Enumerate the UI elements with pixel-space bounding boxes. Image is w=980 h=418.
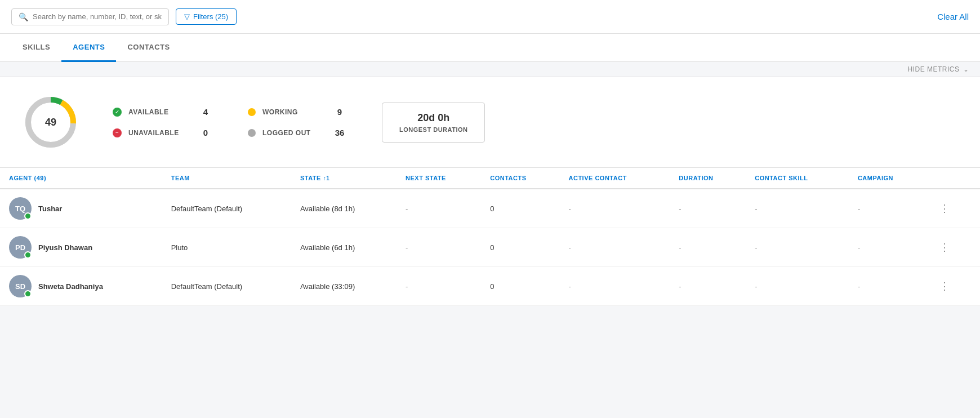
col-team[interactable]: TEAM xyxy=(162,168,291,189)
unavailable-value: 0 xyxy=(197,128,214,137)
table-header: AGENT (49) TEAM STATE ↑1 NEXT STATE CONT… xyxy=(0,168,980,189)
more-actions-cell-piyush: ⋮ xyxy=(926,228,980,267)
available-icon: ✓ xyxy=(113,108,122,117)
campaign-cell-tushar: - xyxy=(849,189,926,228)
col-agent[interactable]: AGENT (49) xyxy=(0,168,162,189)
logged-out-value: 36 xyxy=(331,128,348,137)
duration-cell-piyush: - xyxy=(670,228,746,267)
working-value: 9 xyxy=(331,107,348,117)
donut-chart: 49 xyxy=(23,94,79,150)
avatar-tushar: TQ xyxy=(9,197,32,220)
working-label: WORKING xyxy=(262,108,324,116)
search-input[interactable] xyxy=(33,12,162,21)
contacts-cell-tushar: 0 xyxy=(481,189,559,228)
state-cell-piyush: Available (6d 1h) xyxy=(291,228,397,267)
chevron-down-icon: ⌄ xyxy=(963,65,969,73)
col-contact-skill[interactable]: CONTACT SKILL xyxy=(746,168,849,189)
next-state-cell-tushar: - xyxy=(397,189,481,228)
more-actions-cell-tushar: ⋮ xyxy=(926,189,980,228)
next-state-cell-shweta: - xyxy=(397,267,481,306)
avatar-piyush: PD xyxy=(9,236,32,259)
col-contacts[interactable]: CONTACTS xyxy=(481,168,559,189)
tab-agents[interactable]: AGENTS xyxy=(61,34,116,62)
contact-skill-cell-piyush: - xyxy=(746,228,849,267)
logged-out-label: LOGGED OUT xyxy=(262,129,324,137)
clear-all-button[interactable]: Clear All xyxy=(937,12,969,21)
hide-metrics-button[interactable]: HIDE METRICS ⌄ xyxy=(907,65,969,73)
status-badge-shweta xyxy=(24,290,32,297)
col-next-state[interactable]: NEXT STATE xyxy=(397,168,481,189)
hide-metrics-label: HIDE METRICS xyxy=(907,65,959,73)
metrics-stats-2: WORKING 9 LOGGED OUT 36 xyxy=(248,107,348,137)
contact-skill-cell-shweta: - xyxy=(746,267,849,306)
contact-skill-cell-tushar: - xyxy=(746,189,849,228)
active-contact-cell-shweta: - xyxy=(560,267,670,306)
metrics-stats: ✓ AVAILABLE 4 − UNAVAILABLE 0 xyxy=(113,107,214,137)
status-badge-tushar xyxy=(24,212,32,220)
stat-row-logged-out: LOGGED OUT 36 xyxy=(248,128,348,137)
unavailable-label: UNAVAILABLE xyxy=(128,129,190,137)
agent-name-piyush: Piyush Dhawan xyxy=(38,243,92,252)
agent-cell-piyush: PD Piyush Dhawan xyxy=(0,228,162,267)
table-row: TQ Tushar DefaultTeam (Default) Availabl… xyxy=(0,189,980,228)
unavailable-icon: − xyxy=(113,128,122,137)
available-label: AVAILABLE xyxy=(128,108,190,116)
col-actions xyxy=(926,168,980,189)
status-badge-piyush xyxy=(24,251,32,259)
col-duration[interactable]: DURATION xyxy=(670,168,746,189)
working-icon xyxy=(248,108,256,116)
state-cell-shweta: Available (33:09) xyxy=(291,267,397,306)
col-campaign[interactable]: CAMPAIGN xyxy=(849,168,926,189)
duration-cell-shweta: - xyxy=(670,267,746,306)
filter-icon: ▽ xyxy=(184,12,190,21)
tabs-bar: SKILLS AGENTS CONTACTS xyxy=(0,34,980,62)
search-box: 🔍 xyxy=(11,8,169,25)
agent-cell-shweta: SD Shweta Dadhaniya xyxy=(0,267,162,306)
team-cell-piyush: Pluto xyxy=(162,228,291,267)
state-cell-tushar: Available (8d 1h) xyxy=(291,189,397,228)
agent-name-shweta: Shweta Dadhaniya xyxy=(38,282,103,291)
search-icon: 🔍 xyxy=(19,12,28,21)
stat-row-available: ✓ AVAILABLE 4 xyxy=(113,107,214,117)
contacts-cell-shweta: 0 xyxy=(481,267,559,306)
col-state[interactable]: STATE ↑1 xyxy=(291,168,397,189)
stat-row-unavailable: − UNAVAILABLE 0 xyxy=(113,128,214,137)
more-actions-button-tushar[interactable]: ⋮ xyxy=(935,200,954,217)
duration-cell-tushar: - xyxy=(670,189,746,228)
active-contact-cell-piyush: - xyxy=(560,228,670,267)
col-active-contact[interactable]: ACTIVE CONTACT xyxy=(560,168,670,189)
agent-name-tushar: Tushar xyxy=(38,204,62,213)
active-contact-cell-tushar: - xyxy=(560,189,670,228)
agents-table: AGENT (49) TEAM STATE ↑1 NEXT STATE CONT… xyxy=(0,168,980,306)
duration-box: 20d 0h LONGEST DURATION xyxy=(382,103,485,143)
team-cell-shweta: DefaultTeam (Default) xyxy=(162,267,291,306)
top-bar: 🔍 ▽ Filters (25) Clear All xyxy=(0,0,980,34)
more-actions-button-piyush[interactable]: ⋮ xyxy=(935,239,954,256)
duration-label: LONGEST DURATION xyxy=(399,126,467,133)
next-state-cell-piyush: - xyxy=(397,228,481,267)
duration-value: 20d 0h xyxy=(399,112,467,124)
metrics-header: HIDE METRICS ⌄ xyxy=(0,62,980,77)
donut-total: 49 xyxy=(45,117,56,128)
agent-cell-tushar: TQ Tushar xyxy=(0,189,162,228)
avatar-shweta: SD xyxy=(9,275,32,297)
filter-label: Filters (25) xyxy=(193,12,228,21)
metrics-panel: 49 ✓ AVAILABLE 4 − UNAVAILABLE 0 WORKING… xyxy=(0,77,980,168)
table-body: TQ Tushar DefaultTeam (Default) Availabl… xyxy=(0,189,980,306)
available-value: 4 xyxy=(197,107,214,117)
filter-button[interactable]: ▽ Filters (25) xyxy=(176,8,237,25)
campaign-cell-piyush: - xyxy=(849,228,926,267)
table: AGENT (49) TEAM STATE ↑1 NEXT STATE CONT… xyxy=(0,168,980,306)
campaign-cell-shweta: - xyxy=(849,267,926,306)
search-area: 🔍 ▽ Filters (25) xyxy=(11,8,237,25)
tab-skills[interactable]: SKILLS xyxy=(11,34,61,62)
stat-row-working: WORKING 9 xyxy=(248,107,348,117)
tab-contacts[interactable]: CONTACTS xyxy=(116,34,181,62)
logged-out-icon xyxy=(248,129,256,137)
contacts-cell-piyush: 0 xyxy=(481,228,559,267)
table-row: SD Shweta Dadhaniya DefaultTeam (Default… xyxy=(0,267,980,306)
header-row: AGENT (49) TEAM STATE ↑1 NEXT STATE CONT… xyxy=(0,168,980,189)
more-actions-cell-shweta: ⋮ xyxy=(926,267,980,306)
more-actions-button-shweta[interactable]: ⋮ xyxy=(935,278,954,295)
sort-icon: ↑1 xyxy=(323,175,330,181)
